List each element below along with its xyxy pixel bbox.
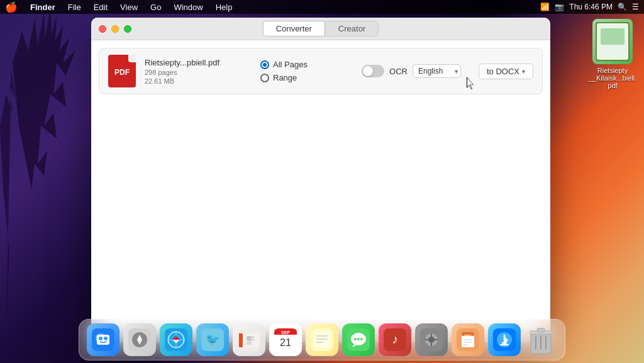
ocr-section: OCR English French German Spanish Chines… xyxy=(362,64,461,78)
window-tabs: Converter Creator xyxy=(263,21,379,36)
convert-button[interactable]: to DOCX xyxy=(479,64,533,79)
svg-rect-57 xyxy=(435,339,438,340)
dock-music[interactable]: ♪ xyxy=(379,323,411,356)
apple-menu[interactable]: 🍎 xyxy=(5,1,18,13)
range-radio[interactable] xyxy=(260,74,269,82)
menubar-go[interactable]: Go xyxy=(145,1,166,13)
svg-rect-11 xyxy=(97,335,109,345)
dock-trash[interactable] xyxy=(525,323,557,356)
range-option[interactable]: Range xyxy=(260,73,308,82)
file-row: PDF Rietsiepty...pbiell.pdf 298 pages 22… xyxy=(99,48,543,94)
traffic-lights xyxy=(99,25,131,33)
dock-system-preferences[interactable] xyxy=(415,323,448,356)
menubar: 🍎 Finder File Edit View Go Window Help 📶… xyxy=(0,0,644,14)
svg-point-48 xyxy=(360,338,363,340)
window-content: PDF Rietsiepty...pbiell.pdf 298 pages 22… xyxy=(91,40,550,342)
menubar-bluetooth[interactable]: 📶 xyxy=(540,3,550,11)
dock-safari[interactable] xyxy=(160,323,192,356)
svg-point-47 xyxy=(357,338,360,340)
menubar-help[interactable]: Help xyxy=(211,1,238,13)
close-button[interactable] xyxy=(99,25,106,33)
menubar-control-icon[interactable]: ☰ xyxy=(632,3,639,11)
menubar-edit[interactable]: Edit xyxy=(89,1,113,13)
svg-point-46 xyxy=(354,338,357,340)
svg-text:🐦: 🐦 xyxy=(206,333,220,347)
dock-calendar[interactable]: SEP 21 xyxy=(269,323,302,356)
language-select[interactable]: English French German Spanish Chinese xyxy=(413,64,461,78)
svg-text:PDF: PDF xyxy=(464,334,472,338)
dock-notes[interactable] xyxy=(306,323,338,356)
svg-point-29 xyxy=(247,336,252,341)
minimize-button[interactable] xyxy=(111,25,119,33)
tab-creator[interactable]: Creator xyxy=(325,21,379,36)
menubar-time[interactable]: Thu 6:46 PM xyxy=(569,3,613,11)
desktop-icon-label: Rietsiepty __Kitaisk...biell.pdf xyxy=(587,67,638,89)
svg-rect-55 xyxy=(431,343,432,346)
language-select-wrapper: English French German Spanish Chinese xyxy=(413,64,461,78)
dock-launchpad[interactable] xyxy=(123,323,156,356)
tab-converter[interactable]: Converter xyxy=(263,21,325,36)
dock-twitter[interactable]: 🐦 xyxy=(196,323,229,356)
svg-point-13 xyxy=(104,337,108,340)
file-pages: 298 pages xyxy=(145,69,245,76)
maximize-button[interactable] xyxy=(124,25,131,33)
file-name: Rietsiepty...pbiell.pdf xyxy=(145,58,245,67)
svg-text:♪: ♪ xyxy=(392,332,398,346)
menubar-right: 📶 📷 Thu 6:46 PM 🔍 ☰ xyxy=(540,3,639,11)
svg-rect-28 xyxy=(239,333,243,347)
svg-point-53 xyxy=(428,337,435,343)
menubar-window[interactable]: Window xyxy=(169,1,208,13)
window-titlebar: Converter Creator xyxy=(91,18,550,40)
dock: 🐦 SEP 21 xyxy=(79,319,565,360)
all-pages-label: All Pages xyxy=(273,60,308,69)
menubar-search-icon[interactable]: 🔍 xyxy=(618,3,627,11)
svg-text:SEP: SEP xyxy=(281,330,290,335)
svg-text:21: 21 xyxy=(280,337,291,348)
svg-rect-73 xyxy=(537,328,545,332)
menubar-finder[interactable]: Finder xyxy=(25,1,60,13)
pdf-icon-label: PDF xyxy=(114,68,130,77)
file-info: Rietsiepty...pbiell.pdf 298 pages 22.61 … xyxy=(145,58,245,85)
page-options: All Pages Range xyxy=(260,60,308,82)
toggle-knob xyxy=(363,66,373,76)
app-window: Converter Creator PDF Rietsiepty...pbiel… xyxy=(91,18,550,342)
all-pages-option[interactable]: All Pages xyxy=(260,60,308,69)
dock-finder[interactable] xyxy=(87,323,119,356)
pdf-file-icon: PDF xyxy=(108,55,136,87)
all-pages-radio[interactable] xyxy=(260,60,269,69)
dock-downloader[interactable] xyxy=(488,323,521,356)
svg-rect-39 xyxy=(314,332,330,348)
svg-rect-54 xyxy=(431,333,432,337)
svg-rect-5 xyxy=(601,28,625,45)
menubar-file[interactable]: File xyxy=(63,1,86,13)
menubar-wifi[interactable]: 📷 xyxy=(555,3,564,11)
ocr-toggle[interactable] xyxy=(362,65,384,77)
range-label: Range xyxy=(273,73,297,82)
desktop-file-icon[interactable]: BOOK Rietsiepty __Kitaisk...biell.pdf xyxy=(587,19,638,89)
desktop-icon-image: BOOK xyxy=(592,19,633,64)
ocr-label: OCR xyxy=(389,67,408,76)
dock-messages[interactable] xyxy=(342,323,375,356)
menubar-view[interactable]: View xyxy=(115,1,143,13)
dock-contacts[interactable] xyxy=(233,323,265,356)
svg-point-12 xyxy=(99,337,103,340)
dock-pdf-tool[interactable]: PDF xyxy=(452,323,484,356)
menubar-items: Finder File Edit View Go Window Help xyxy=(25,1,540,13)
file-size: 22.61 MB xyxy=(145,77,245,85)
svg-rect-56 xyxy=(425,339,428,340)
